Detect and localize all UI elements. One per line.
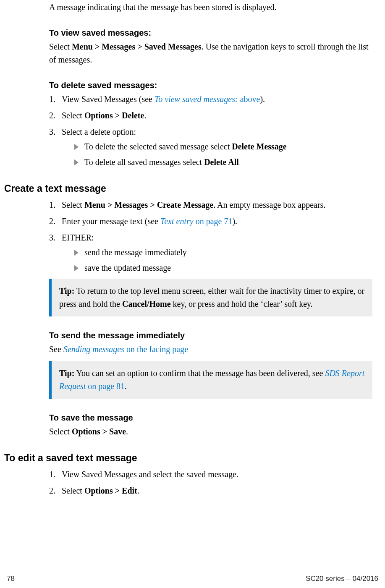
xref-loc: on page 81	[86, 382, 125, 391]
text: Select	[49, 42, 72, 51]
heading-send-immediately: To send the message immediately	[49, 331, 372, 340]
text: You can set an option to confirm that th…	[74, 368, 325, 378]
heading-edit-saved-text-message: To edit a saved text message	[4, 452, 372, 464]
list-item: 2.Enter your message text (see Text entr…	[49, 215, 372, 228]
list-item: 1.View Saved Messages and select the sav…	[49, 468, 372, 481]
menu-path: Options > Save	[72, 427, 126, 436]
tip-label: Tip:	[59, 368, 74, 378]
heading-view-saved: To view saved messages:	[49, 28, 372, 38]
create-message-options: send the message immediately save the up…	[62, 246, 372, 274]
xref-title: To view saved messages:	[155, 94, 238, 104]
list-item: 3.Select a delete option: To delete the …	[49, 125, 372, 169]
text: Select	[62, 111, 84, 120]
text: To delete all saved messages select	[84, 157, 204, 167]
list-item: 1.Select Menu > Messages > Create Messag…	[49, 199, 372, 212]
xref-loc: on the facing page	[124, 345, 188, 354]
view-saved-paragraph: Select Menu > Messages > Saved Messages.…	[49, 40, 372, 66]
list-number: 2.	[49, 215, 62, 228]
action-name: Delete Message	[232, 142, 287, 151]
menu-path: Menu > Messages > Saved Messages	[72, 42, 202, 51]
list-item: To delete the selected saved message sel…	[74, 140, 372, 153]
text: Enter your message text (see	[62, 217, 160, 226]
doc-id: SC20 series – 04/2016	[306, 575, 378, 583]
page-number: 78	[7, 575, 15, 583]
text: EITHER:	[62, 233, 94, 242]
text: ).	[232, 217, 237, 226]
edit-saved-steps: 1.View Saved Messages and select the sav…	[49, 468, 372, 497]
text: send the message immediately	[84, 248, 187, 257]
xref-sending-messages[interactable]: Sending messages on the facing page	[63, 345, 188, 354]
text: .	[137, 486, 139, 495]
list-number: 2.	[49, 484, 62, 497]
text: Select a delete option:	[62, 127, 136, 136]
list-number: 2.	[49, 109, 62, 122]
list-item: send the message immediately	[74, 246, 372, 259]
text: Select	[49, 427, 72, 436]
tip-return-top-menu: Tip: To return to the top level menu scr…	[49, 279, 372, 316]
send-immediately-paragraph: See Sending messages on the facing page	[49, 343, 372, 356]
list-number: 3.	[49, 125, 62, 139]
key-name: Cancel/Home	[122, 299, 171, 308]
text: View Saved Messages (see	[62, 94, 155, 104]
text: ).	[260, 94, 265, 104]
heading-create-text-message: Create a text message	[4, 183, 372, 194]
text: .	[125, 382, 127, 391]
list-item: save the updated message	[74, 261, 372, 274]
list-item: 1.View Saved Messages (see To view saved…	[49, 93, 372, 106]
list-item: 3.EITHER: send the message immediately s…	[49, 231, 372, 274]
heading-save-message: To save the message	[49, 413, 372, 423]
list-item: 2.Select Options > Edit.	[49, 484, 372, 497]
list-number: 1.	[49, 468, 62, 481]
text: key, or press and hold the ‘clear’ soft …	[171, 299, 313, 308]
text: Select	[62, 200, 84, 209]
text: .	[144, 111, 146, 120]
xref-view-saved[interactable]: To view saved messages: above	[155, 94, 260, 104]
create-message-steps: 1.Select Menu > Messages > Create Messag…	[49, 199, 372, 274]
action-name: Delete All	[204, 157, 239, 167]
text: See	[49, 345, 63, 354]
tip-delivery-confirm: Tip: You can set an option to confirm th…	[49, 361, 372, 399]
page-footer: 78 SC20 series – 04/2016	[0, 571, 385, 583]
xref-text-entry[interactable]: Text entry on page 71	[160, 217, 232, 226]
text: .	[126, 427, 128, 436]
list-number: 3.	[49, 231, 62, 244]
text: Select	[62, 486, 84, 495]
page: A message indicating that the message ha…	[0, 0, 385, 588]
xref-title: Sending messages	[63, 345, 124, 354]
delete-saved-steps: 1.View Saved Messages (see To view saved…	[49, 93, 372, 169]
xref-title: Text entry	[160, 217, 194, 226]
text: . An empty message box appears.	[213, 200, 325, 209]
menu-path: Menu > Messages > Create Message	[84, 200, 213, 209]
text: View Saved Messages and select the saved…	[62, 470, 238, 479]
list-item: To delete all saved messages select Dele…	[74, 156, 372, 169]
menu-path: Options > Edit	[84, 486, 137, 495]
xref-loc: on page 71	[194, 217, 233, 226]
intro-paragraph: A message indicating that the message ha…	[49, 1, 372, 14]
xref-loc: above	[238, 94, 260, 104]
heading-delete-saved: To delete saved messages:	[49, 81, 372, 90]
list-item: 2.Select Options > Delete.	[49, 109, 372, 122]
list-number: 1.	[49, 93, 62, 106]
content-area: A message indicating that the message ha…	[0, 0, 385, 497]
tip-label: Tip:	[59, 286, 74, 295]
menu-path: Options > Delete	[84, 111, 144, 120]
list-number: 1.	[49, 199, 62, 212]
text: save the updated message	[84, 263, 171, 272]
delete-options: To delete the selected saved message sel…	[62, 140, 372, 169]
text: To delete the selected saved message sel…	[84, 142, 232, 151]
save-message-paragraph: Select Options > Save.	[49, 425, 372, 438]
